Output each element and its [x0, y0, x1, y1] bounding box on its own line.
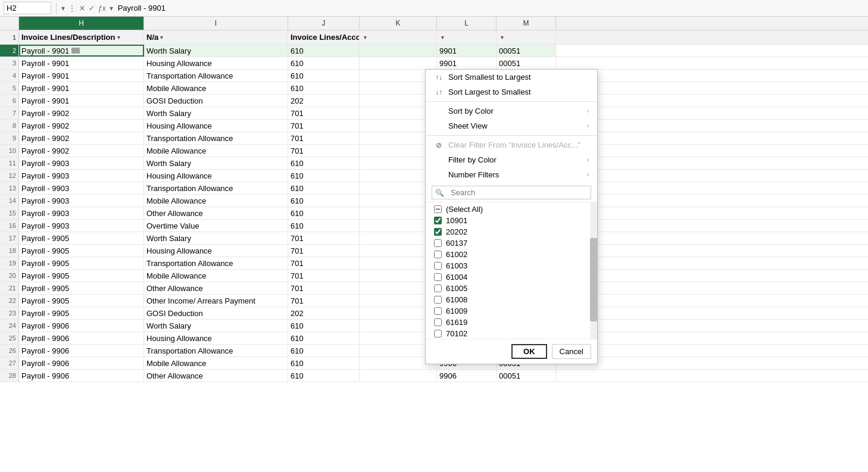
filter-item-cb-20202[interactable]: 20202	[426, 226, 597, 237]
cell-i-6[interactable]: GOSI Deduction	[144, 95, 288, 107]
col-header-h[interactable]: H	[19, 17, 144, 30]
confirm-icon[interactable]: ✓	[89, 4, 95, 12]
cell-h-21[interactable]: Payroll - 9905	[19, 282, 144, 294]
cell-h-8[interactable]: Payroll - 9902	[19, 120, 144, 132]
cell-m-28[interactable]: 00051	[497, 370, 556, 382]
cell-j-24[interactable]: 610	[288, 320, 360, 332]
cell-i-20[interactable]: Mobile Allowance	[144, 270, 288, 282]
cell-j-21[interactable]: 701	[288, 282, 360, 294]
checkbox-cb-61004[interactable]	[434, 273, 442, 281]
scrollbar-thumb[interactable]	[590, 238, 597, 321]
cell-j-11[interactable]: 610	[288, 157, 360, 169]
cell-j-10[interactable]: 701	[288, 145, 360, 157]
filter-item-cb-10901[interactable]: 10901	[426, 215, 597, 226]
checkbox-cb-61002[interactable]	[434, 251, 442, 258]
filter-search-box[interactable]: 🔍	[432, 186, 591, 199]
cell-j-12[interactable]: 610	[288, 170, 360, 182]
cell-h-28[interactable]: Payroll - 9906	[19, 370, 144, 382]
filter-item-select-all[interactable]: (Select All)	[426, 204, 597, 215]
cell-i-3[interactable]: Housing Allowance	[144, 57, 288, 69]
cell-j-18[interactable]: 701	[288, 245, 360, 257]
cell-h-7[interactable]: Payroll - 9902	[19, 107, 144, 119]
filter-search-input[interactable]	[447, 186, 591, 199]
cell-h-2[interactable]: Payroll - 9901	[19, 45, 144, 57]
cell-j-14[interactable]: 610	[288, 195, 360, 207]
cell-h-20[interactable]: Payroll - 9905	[19, 270, 144, 282]
cell-l-3[interactable]: 9901	[437, 57, 497, 69]
cell-j-5[interactable]: 610	[288, 82, 360, 94]
cell-h-16[interactable]: Payroll - 9903	[19, 220, 144, 232]
header-i-filter[interactable]: ▾	[160, 35, 163, 40]
cell-j-23[interactable]: 202	[288, 307, 360, 319]
filter-item-cb-70102[interactable]: 70102	[426, 328, 597, 339]
filter-item-cb-61005[interactable]: 61005	[426, 283, 597, 294]
cell-h-26[interactable]: Payroll - 9906	[19, 345, 144, 357]
cell-k-28[interactable]	[360, 370, 437, 382]
cell-h-27[interactable]: Payroll - 9906	[19, 357, 144, 369]
cell-i-18[interactable]: Housing Allowance	[144, 245, 288, 257]
formula-input[interactable]	[115, 4, 864, 12]
cell-h-9[interactable]: Payroll - 9902	[19, 132, 144, 144]
dropdown-arrow-icon[interactable]: ▾	[61, 4, 65, 12]
cell-h-12[interactable]: Payroll - 9903	[19, 170, 144, 182]
cell-j-2[interactable]: 610	[288, 45, 360, 57]
cell-m-2[interactable]: 00051	[497, 45, 556, 57]
cell-h-23[interactable]: Payroll - 9905	[19, 307, 144, 319]
cell-i-11[interactable]: Worth Salary	[144, 157, 288, 169]
filter-item-cb-61002[interactable]: 61002	[426, 249, 597, 260]
cell-l-28[interactable]: 9906	[437, 370, 497, 382]
cell-h-6[interactable]: Payroll - 9901	[19, 95, 144, 107]
cell-h-13[interactable]: Payroll - 9903	[19, 182, 144, 194]
cancel-button[interactable]: Cancel	[552, 344, 591, 359]
cell-j-28[interactable]: 610	[288, 370, 360, 382]
checkbox-cb-61008[interactable]	[434, 296, 442, 304]
menu-item-sort-asc[interactable]: ↑↓Sort Smallest to Largest	[426, 70, 597, 85]
scrollbar-track[interactable]	[590, 202, 597, 339]
cell-j-9[interactable]: 701	[288, 132, 360, 144]
menu-item-filter-color[interactable]: Filter by Color›	[426, 152, 597, 167]
cell-m-3[interactable]: 00051	[497, 57, 556, 69]
cell-j-20[interactable]: 701	[288, 270, 360, 282]
cell-k-3[interactable]	[360, 57, 437, 69]
cell-j-25[interactable]: 610	[288, 332, 360, 344]
header-h-filter[interactable]: ▾	[117, 35, 120, 40]
cancel-icon[interactable]: ✕	[79, 4, 85, 12]
filter-item-cb-61004[interactable]: 61004	[426, 271, 597, 283]
cell-h-18[interactable]: Payroll - 9905	[19, 245, 144, 257]
checkbox-cb-61003[interactable]	[434, 262, 442, 270]
checkbox-cb-60137[interactable]	[434, 239, 442, 247]
checkbox-cb-10901[interactable]	[434, 217, 442, 224]
col-header-l[interactable]: L	[437, 17, 497, 30]
menu-item-sort-desc[interactable]: ↓↑Sort Largest to Smallest	[426, 85, 597, 99]
header-k-filter[interactable]: ▾	[364, 35, 367, 40]
cell-j-16[interactable]: 610	[288, 220, 360, 232]
menu-item-sort-color[interactable]: Sort by Color›	[426, 104, 597, 118]
cell-j-7[interactable]: 701	[288, 107, 360, 119]
header-m-filter[interactable]: ▾	[501, 35, 504, 40]
cell-i-28[interactable]: Other Allowance	[144, 370, 288, 382]
cell-h-15[interactable]: Payroll - 9903	[19, 207, 144, 219]
cell-j-15[interactable]: 610	[288, 207, 360, 219]
col-header-m[interactable]: M	[497, 17, 556, 30]
cell-h-11[interactable]: Payroll - 9903	[19, 157, 144, 169]
cell-i-16[interactable]: Overtime Value	[144, 220, 288, 232]
cell-h-3[interactable]: Payroll - 9901	[19, 57, 144, 69]
cell-i-24[interactable]: Worth Salary	[144, 320, 288, 332]
cell-i-26[interactable]: Transportation Allowance	[144, 345, 288, 357]
cell-i-27[interactable]: Mobile Allowance	[144, 357, 288, 369]
cell-i-7[interactable]: Worth Salary	[144, 107, 288, 119]
cell-i-15[interactable]: Other Allowance	[144, 207, 288, 219]
cell-j-8[interactable]: 701	[288, 120, 360, 132]
cell-j-19[interactable]: 701	[288, 257, 360, 269]
filter-item-cb-61009[interactable]: 61009	[426, 305, 597, 317]
cell-ref-input[interactable]	[4, 2, 51, 14]
cell-i-19[interactable]: Transportation Allowance	[144, 257, 288, 269]
cell-i-25[interactable]: Housing Allowance	[144, 332, 288, 344]
menu-item-sheet-view[interactable]: Sheet View›	[426, 118, 597, 133]
cell-i-22[interactable]: Other Income/ Arrears Payment	[144, 295, 288, 307]
cell-h-14[interactable]: Payroll - 9903	[19, 195, 144, 207]
cell-i-5[interactable]: Mobile Allowance	[144, 82, 288, 94]
cell-i-4[interactable]: Transportation Allowance	[144, 70, 288, 82]
cell-h-25[interactable]: Payroll - 9906	[19, 332, 144, 344]
cell-h-5[interactable]: Payroll - 9901	[19, 82, 144, 94]
